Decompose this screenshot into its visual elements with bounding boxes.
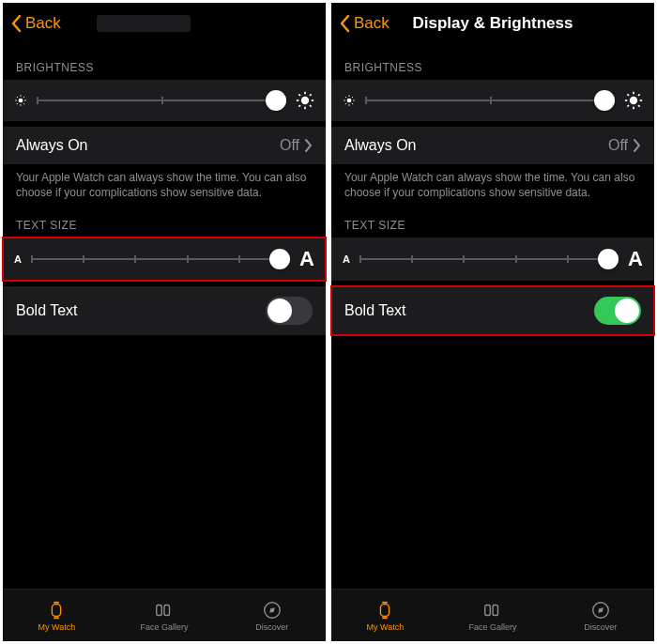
nav-header: Back Display & Brightness	[331, 3, 654, 44]
svg-line-15	[310, 105, 312, 107]
tab-label: Discover	[255, 622, 288, 632]
text-small-icon: A	[343, 253, 350, 265]
svg-rect-21	[157, 605, 162, 615]
svg-line-16	[298, 105, 300, 107]
gallery-icon	[154, 600, 175, 621]
svg-line-33	[352, 97, 353, 98]
svg-line-14	[298, 94, 300, 96]
gallery-icon	[482, 600, 503, 621]
svg-line-17	[310, 94, 312, 96]
tab-label: My Watch	[38, 622, 76, 632]
tab-face-gallery[interactable]: Face Gallery	[111, 590, 219, 641]
bold-text-toggle[interactable]	[594, 297, 641, 325]
brightness-slider[interactable]	[365, 89, 615, 112]
svg-line-31	[352, 103, 353, 104]
tab-bar: My Watch Face Gallery Discover	[3, 589, 326, 641]
svg-line-30	[345, 97, 346, 98]
text-size-section-label: TEXT SIZE	[331, 202, 654, 238]
brightness-section-label: BRIGHTNESS	[331, 44, 654, 80]
svg-line-6	[23, 103, 24, 104]
always-on-cell[interactable]: Always On Off	[3, 127, 326, 164]
svg-rect-22	[164, 605, 170, 615]
brightness-slider[interactable]	[37, 89, 286, 112]
text-large-icon: A	[628, 247, 643, 271]
svg-marker-49	[598, 607, 604, 613]
tab-label: My Watch	[367, 622, 405, 632]
text-size-slider[interactable]	[31, 248, 290, 270]
svg-line-41	[627, 105, 629, 107]
back-label: Back	[25, 14, 61, 33]
watch-icon	[46, 600, 67, 621]
svg-marker-24	[269, 607, 275, 613]
svg-rect-19	[54, 601, 60, 603]
chevron-left-icon	[10, 14, 22, 33]
tab-bar: My Watch Face Gallery Discover	[331, 589, 654, 641]
bold-text-label: Bold Text	[344, 302, 406, 319]
text-large-icon: A	[299, 247, 314, 271]
tab-label: Discover	[584, 622, 617, 632]
always-on-cell[interactable]: Always On Off	[331, 127, 654, 164]
back-label: Back	[354, 14, 390, 33]
svg-line-42	[638, 94, 640, 96]
svg-line-8	[23, 97, 24, 98]
bold-text-toggle[interactable]	[266, 297, 313, 325]
watch-icon	[374, 600, 395, 621]
text-small-icon: A	[14, 253, 22, 265]
svg-rect-46	[485, 605, 491, 615]
always-on-value: Off	[608, 137, 628, 154]
back-button[interactable]: Back	[10, 14, 61, 33]
svg-line-40	[638, 105, 640, 107]
discover-icon	[590, 600, 611, 621]
brightness-slider-row	[3, 80, 326, 121]
svg-line-7	[17, 103, 18, 104]
svg-rect-20	[54, 617, 60, 619]
screen-right: Back Display & Brightness BRIGHTNESS Alw…	[331, 3, 654, 641]
text-size-slider[interactable]	[359, 248, 619, 270]
always-on-description: Your Apple Watch can always show the tim…	[3, 164, 326, 202]
brightness-section-label: BRIGHTNESS	[3, 44, 326, 80]
bold-text-cell: Bold Text	[331, 286, 654, 335]
svg-rect-43	[381, 604, 390, 616]
always-on-label: Always On	[344, 137, 416, 154]
text-size-slider-row: A A	[3, 238, 326, 281]
svg-point-25	[347, 99, 352, 103]
tab-label: Face Gallery	[140, 622, 188, 632]
always-on-value: Off	[280, 137, 299, 154]
always-on-label: Always On	[16, 137, 87, 154]
svg-point-0	[19, 99, 23, 103]
text-size-slider-row: A A	[331, 238, 654, 281]
svg-line-39	[627, 94, 629, 96]
chevron-right-icon	[634, 139, 641, 152]
bold-text-cell: Bold Text	[3, 286, 326, 335]
svg-rect-18	[53, 604, 61, 616]
svg-point-34	[630, 97, 637, 104]
sun-small-icon	[14, 94, 27, 107]
tab-discover[interactable]: Discover	[218, 590, 326, 641]
tab-my-watch[interactable]: My Watch	[3, 590, 111, 641]
text-size-section-label: TEXT SIZE	[3, 202, 326, 238]
svg-point-9	[301, 97, 309, 104]
sun-small-icon	[343, 94, 356, 107]
nav-header: Back	[3, 3, 326, 44]
svg-rect-47	[493, 605, 498, 615]
tab-face-gallery[interactable]: Face Gallery	[439, 590, 547, 641]
svg-rect-45	[383, 617, 389, 619]
chevron-left-icon	[339, 14, 350, 33]
chevron-right-icon	[305, 139, 313, 152]
tab-discover[interactable]: Discover	[546, 590, 654, 641]
redacted-title	[97, 15, 191, 32]
discover-icon	[262, 600, 283, 621]
sun-large-icon	[296, 91, 314, 110]
always-on-description: Your Apple Watch can always show the tim…	[331, 164, 654, 202]
tab-my-watch[interactable]: My Watch	[331, 590, 439, 641]
bold-text-label: Bold Text	[16, 302, 78, 319]
svg-line-5	[17, 97, 18, 98]
sun-large-icon	[624, 91, 643, 110]
screen-left: Back BRIGHTNESS Always On Off Your Apple…	[3, 3, 326, 641]
back-button[interactable]: Back	[339, 14, 390, 33]
svg-rect-44	[383, 601, 389, 603]
brightness-slider-row	[331, 80, 654, 121]
svg-line-32	[345, 103, 346, 104]
tab-label: Face Gallery	[468, 622, 516, 632]
